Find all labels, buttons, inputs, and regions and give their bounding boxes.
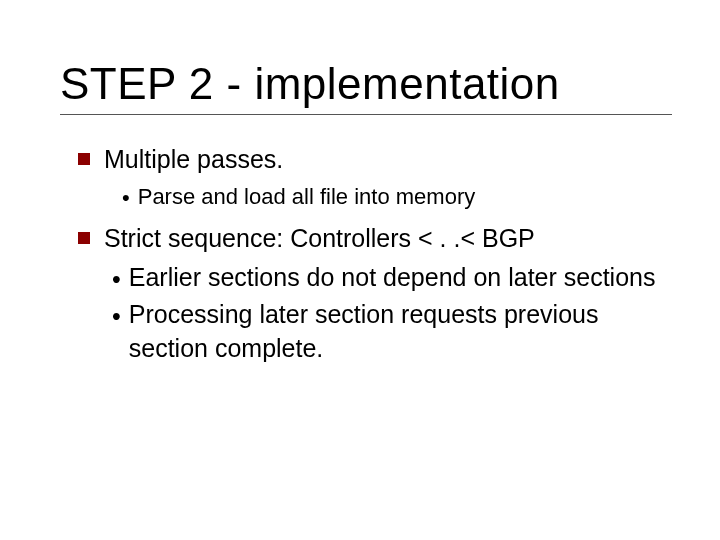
dot-bullet-icon: • [112,263,121,296]
bullet-level1: Strict sequence: Controllers < . .< BGP [78,222,672,256]
bullet-text: Parse and load all file into memory [138,183,476,212]
bullet-level2: • Processing later section requests prev… [112,298,672,366]
bullet-text: Processing later section requests previo… [129,298,672,366]
bullet-text: Multiple passes. [104,143,283,177]
bullet-text: Strict sequence: Controllers < . .< BGP [104,222,535,256]
slide: STEP 2 - implementation Multiple passes.… [0,0,720,540]
title-underline [60,114,672,115]
slide-body: Multiple passes. • Parse and load all fi… [60,143,672,365]
square-bullet-icon [78,232,90,244]
bullet-level2: • Parse and load all file into memory [122,183,672,212]
square-bullet-icon [78,153,90,165]
dot-bullet-icon: • [112,300,121,333]
slide-title: STEP 2 - implementation [60,60,672,108]
bullet-text: Earlier sections do not depend on later … [129,261,656,295]
dot-bullet-icon: • [122,185,130,211]
bullet-level1: Multiple passes. [78,143,672,177]
bullet-level2: • Earlier sections do not depend on late… [112,261,672,296]
